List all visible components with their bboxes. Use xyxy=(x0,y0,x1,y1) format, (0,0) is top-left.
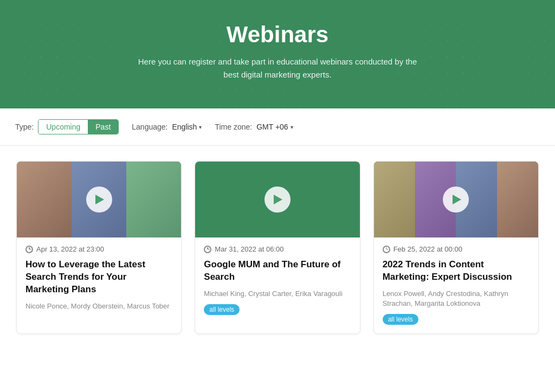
card-thumbnail[interactable] xyxy=(374,162,538,237)
timezone-filter[interactable]: Time zone: GMT +06 ▾ xyxy=(215,123,293,131)
language-filter[interactable]: Language: English ▾ xyxy=(132,123,202,131)
chevron-down-icon: ▾ xyxy=(291,124,293,130)
speaker-photo xyxy=(374,162,415,237)
card-speakers: Lenox Powell, Andy Crestodina, Kathryn S… xyxy=(383,289,530,309)
timezone-label: Time zone: xyxy=(215,123,252,131)
card-date: Mar 31, 2022 at 06:00 xyxy=(204,245,351,253)
webinar-card[interactable]: Apr 13, 2022 at 23:00 How to Leverage th… xyxy=(16,161,182,334)
webinar-card[interactable]: Mar 31, 2022 at 06:00 Google MUM and The… xyxy=(195,161,360,334)
speaker-photo xyxy=(497,162,538,237)
chevron-down-icon: ▾ xyxy=(199,124,202,130)
clock-icon xyxy=(204,246,211,253)
speaker-photo xyxy=(17,162,72,237)
card-title: Google MUM and The Future of Search xyxy=(204,259,351,284)
speaker-photo xyxy=(126,162,181,237)
card-title: 2022 Trends in Content Marketing: Expert… xyxy=(383,259,530,284)
card-body: Mar 31, 2022 at 06:00 Google MUM and The… xyxy=(195,237,359,324)
card-date: Feb 25, 2022 at 00:00 xyxy=(383,245,530,253)
card-thumbnail[interactable] xyxy=(17,162,181,237)
card-thumbnail[interactable] xyxy=(195,162,359,237)
webinar-card[interactable]: Feb 25, 2022 at 00:00 2022 Trends in Con… xyxy=(373,161,539,334)
date-text: Apr 13, 2022 at 23:00 xyxy=(36,245,104,253)
hero-banner: Webinars Here you can register and take … xyxy=(0,0,555,108)
card-speakers: Michael King, Crystal Carter, Erika Vara… xyxy=(204,289,351,299)
card-title: How to Leverage the Latest Search Trends… xyxy=(25,259,172,296)
clock-icon xyxy=(383,246,390,253)
level-badge: all levels xyxy=(204,304,240,315)
date-text: Mar 31, 2022 at 06:00 xyxy=(215,245,283,253)
clock-icon xyxy=(25,246,33,253)
card-body: Apr 13, 2022 at 23:00 How to Leverage th… xyxy=(17,237,181,325)
play-button[interactable] xyxy=(264,187,291,213)
level-badge: all levels xyxy=(383,314,418,325)
language-label: Language: xyxy=(132,123,167,131)
type-label: Type: xyxy=(15,123,34,131)
type-upcoming-button[interactable]: Upcoming xyxy=(38,120,88,134)
play-button[interactable] xyxy=(86,187,112,213)
card-body: Feb 25, 2022 at 00:00 2022 Trends in Con… xyxy=(374,237,538,333)
play-button[interactable] xyxy=(443,187,469,213)
timezone-dropdown[interactable]: GMT +06 ▾ xyxy=(256,123,293,131)
language-value: English xyxy=(172,123,197,131)
type-filter: Type: Upcoming Past xyxy=(15,119,119,134)
type-toggle: Upcoming Past xyxy=(38,119,119,134)
card-date: Apr 13, 2022 at 23:00 xyxy=(25,245,172,253)
timezone-value: GMT +06 xyxy=(256,123,288,131)
language-dropdown[interactable]: English ▾ xyxy=(172,123,202,131)
date-text: Feb 25, 2022 at 00:00 xyxy=(393,245,462,253)
hero-subtitle: Here you can register and take part in e… xyxy=(137,55,418,81)
webinars-grid: Apr 13, 2022 at 23:00 How to Leverage th… xyxy=(1,146,554,349)
type-past-button[interactable]: Past xyxy=(88,120,118,134)
card-speakers: Nicole Ponce, Mordy Oberstein, Marcus To… xyxy=(25,301,172,311)
filters-bar: Type: Upcoming Past Language: English ▾ … xyxy=(0,108,555,146)
page-title: Webinars xyxy=(11,22,544,48)
